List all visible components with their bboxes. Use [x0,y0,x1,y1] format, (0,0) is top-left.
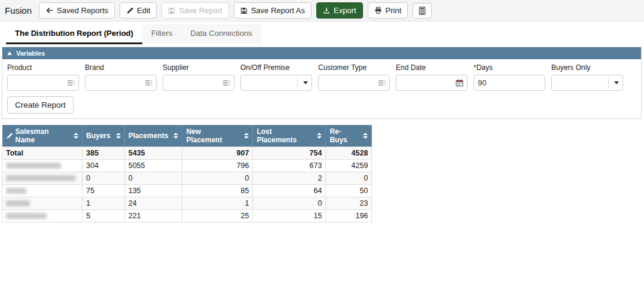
sort-icon [361,133,368,139]
cell-buyers: 304 [83,160,125,172]
chevron-down-icon [303,81,308,84]
column-header-lost-placements[interactable]: Lost Placements [253,125,326,147]
cell-buyers: 75 [83,185,125,197]
cell-salesman-name-redacted [2,210,83,222]
cell-new-placement: 796 [182,160,253,172]
cell-lost-placements: 673 [253,160,326,172]
cell-salesman-name-redacted [2,197,83,210]
end-date-input-field[interactable] [400,78,453,87]
field-label: Product [7,63,79,72]
supplier-input-field[interactable] [167,78,220,87]
field-label: *Days [474,63,545,72]
calendar-icon [456,79,463,87]
save-icon [168,7,175,14]
save-report-button[interactable]: Save Report [161,2,228,19]
cell-re-buys: 4259 [326,160,372,172]
field-label: Supplier [163,63,234,72]
on-off-premise-select[interactable] [240,75,312,91]
edit-button[interactable]: Edit [120,2,157,19]
toolbar: Fusion Saved Reports Edit Save Report Sa… [0,0,644,22]
table-row: 75 135 85 64 50 [2,185,372,197]
tab-data-connections[interactable]: Data Connections [181,24,261,44]
sort-icon [242,133,249,139]
days-input-field[interactable] [478,78,541,87]
cell-salesman-name-redacted [2,185,83,197]
pencil-icon [126,7,133,14]
list-icon [145,80,152,86]
cell-lost-placements: 64 [253,185,326,197]
button-label: Saved Reports [57,6,108,15]
on-off-premise-value[interactable] [245,78,295,87]
edit-icon [6,133,13,139]
field-days: *Days [474,63,545,91]
cell-new-placement: 1 [182,197,253,210]
supplier-input[interactable] [163,75,234,91]
button-label: Export [334,6,356,15]
cell-new-placement: 907 [182,147,253,160]
buyers-only-value[interactable] [556,78,606,87]
customer-type-input[interactable] [318,75,390,91]
cell-buyers: 385 [83,147,125,160]
saved-reports-button[interactable]: Saved Reports [39,2,115,19]
save-report-as-button[interactable]: Save Report As [234,2,312,19]
create-report-button[interactable]: Create Report [7,96,74,114]
tab-distribution-report[interactable]: The Distribution Report (Period) [6,24,142,44]
cell-buyers: 5 [83,210,125,222]
button-label: Save Report [179,6,222,15]
field-customer-type: Customer Type [318,63,390,91]
cell-buyers: 0 [83,172,125,185]
variables-panel-title: Variables [16,50,45,57]
sort-icon [315,133,322,139]
sort-icon [114,133,121,139]
list-icon [378,80,386,86]
column-header-salesman-name[interactable]: Salesman Name [2,125,83,147]
chevron-down-icon [614,81,619,84]
cell-placements: 221 [124,210,182,222]
table-row: 5 221 25 15 196 [2,210,372,222]
print-button[interactable]: Print [368,2,408,19]
field-label: On/Off Premise [240,63,312,72]
cell-new-placement: 0 [182,172,253,185]
cell-re-buys: 0 [326,172,372,185]
cell-re-buys: 4528 [326,147,372,160]
column-header-buyers[interactable]: Buyers [83,125,125,147]
cell-placements: 0 [124,172,182,185]
sort-icon [171,133,178,139]
calculator-icon [418,7,426,15]
list-icon [67,80,75,86]
tab-filters[interactable]: Filters [142,24,181,44]
days-input[interactable] [474,75,545,91]
button-label: Print [386,6,402,15]
cell-re-buys: 196 [326,210,372,222]
cell-re-buys: 50 [326,185,372,197]
report-table: Salesman Name Buyers Placements New Plac… [2,125,372,222]
cell-placements: 24 [124,197,182,210]
cell-lost-placements: 754 [253,147,326,160]
field-end-date: End Date [396,63,468,91]
cell-lost-placements: 2 [253,172,326,185]
column-header-placements[interactable]: Placements [124,125,182,147]
calculator-button[interactable] [413,3,432,19]
variables-panel-header[interactable]: Variables [2,47,641,59]
field-product: Product [7,63,79,91]
cell-lost-placements: 15 [253,210,326,222]
download-icon [323,7,330,14]
list-icon [222,80,230,86]
product-input[interactable] [7,75,79,91]
product-input-field[interactable] [11,78,65,87]
field-buyers-only: Buyers Only [551,63,623,91]
brand-input-field[interactable] [89,78,142,87]
column-header-new-placement[interactable]: New Placement [182,125,253,147]
customer-type-input-field[interactable] [322,78,376,87]
tab-bar: The Distribution Report (Period) Filters… [0,22,644,44]
table-header-row: Salesman Name Buyers Placements New Plac… [2,125,372,147]
sort-icon [71,133,78,139]
variables-panel: Variables Product Brand [2,47,642,119]
cell-placements: 135 [124,185,182,197]
field-label: Customer Type [318,63,390,72]
export-button[interactable]: Export [316,2,363,19]
end-date-input[interactable] [396,75,468,91]
buyers-only-select[interactable] [551,75,623,91]
column-header-re-buys[interactable]: Re-Buys [326,125,372,147]
brand-input[interactable] [85,75,157,91]
